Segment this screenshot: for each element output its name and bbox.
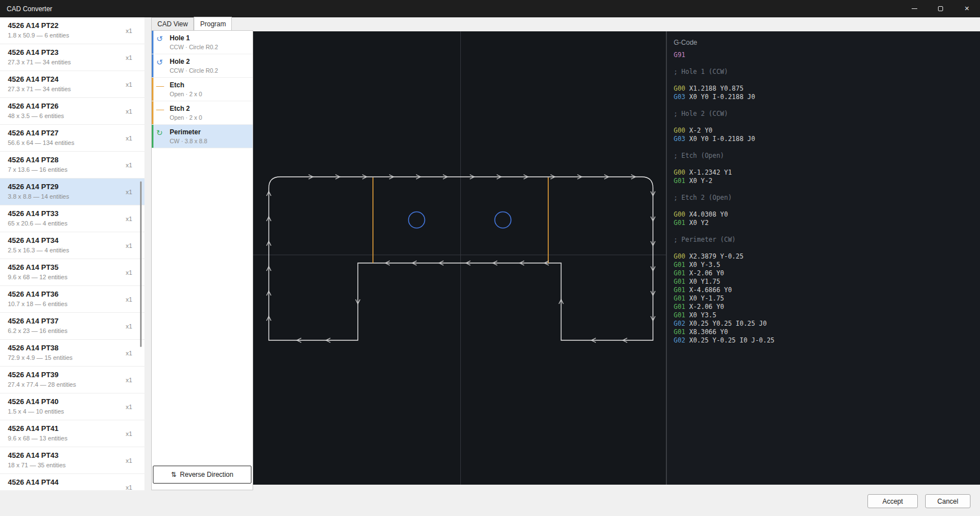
operation-detail: CW · 3.8 x 8.8 [170,138,249,144]
operation-detail: CCW · Circle R0.2 [170,67,249,74]
operation-name: Etch 2 [170,105,249,112]
part-name: 4526 A14 PT44 [8,478,132,486]
gcode-line: G01 X0 Y-3.5 [674,261,980,269]
gcode-line [674,118,980,126]
operation-color-bar [152,54,153,77]
gcode-line: G00 X2.3879 Y-0.25 [674,252,980,261]
part-list-item[interactable]: 4526 A14 PT37 6.2 x 23 — 16 entities x1 [0,313,144,340]
part-quantity: x1 [125,350,132,356]
gcode-listing: G91 ; Hole 1 (CCW) G00 X1.2188 Y0.875G03… [667,50,980,345]
part-list-item[interactable]: 4526 A14 PT39 27.4 x 77.4 — 28 entities … [0,367,144,393]
gcode-title: G-Code [667,31,980,50]
part-name: 4526 A14 PT40 [8,397,132,406]
minimize-button[interactable] [901,0,927,17]
operation-color-bar [152,31,153,54]
parts-scrollbar[interactable] [140,17,142,490]
operation-item-hole-2[interactable]: ↺ Hole 2 CCW · Circle R0.2 [152,54,253,78]
part-list-item[interactable]: 4526 A14 PT27 56.6 x 64 — 134 entities x… [0,125,144,152]
part-quantity: x1 [125,135,132,142]
part-list-item[interactable]: 4526 A14 PT34 2.5 x 16.3 — 4 entities x1 [0,232,144,259]
maximize-button[interactable] [927,0,954,17]
window-controls: ✕ [901,0,980,17]
part-name: 4526 A14 PT39 [8,370,132,379]
part-quantity: x1 [125,484,132,491]
gcode-line: G00 X-2 Y0 [674,126,980,135]
tab-cad-view[interactable]: CAD View [151,17,194,30]
part-detail: 2.5 x 16.3 — 4 entities [8,247,132,254]
gcode-line [674,227,980,236]
window-title: CAD Converter [7,5,52,13]
close-button[interactable]: ✕ [954,0,980,17]
accept-button[interactable]: Accept [867,494,918,508]
operations-list: ↺ Hole 1 CCW · Circle R0.2 ↺ Hole 2 CCW … [152,31,253,148]
gcode-line: G01 X8.3066 Y0 [674,328,980,336]
part-quantity: x1 [125,457,132,464]
operation-name: Etch [170,81,249,89]
part-list-item[interactable]: 4526 A14 PT40 1.5 x 4 — 10 entities x1 [0,393,144,420]
part-name: 4526 A14 PT36 [8,290,132,298]
part-name: 4526 A14 PT27 [8,129,132,137]
parts-list: 4526 A14 PT22 1.8 x 50.9 — 6 entities x1… [0,17,144,490]
operation-item-perimeter[interactable]: ↻ Perimeter CW · 3.8 x 8.8 [152,125,253,148]
gcode-line [674,160,980,168]
gcode-line: G01 X0 Y1.75 [674,278,980,286]
part-name: 4526 A14 PT43 [8,451,132,459]
part-quantity: x1 [125,189,132,195]
part-name: 4526 A14 PT22 [8,21,132,30]
part-list-item[interactable]: 4526 A14 PT44 x1 [0,474,144,490]
gcode-line: ; Hole 2 (CCW) [674,110,980,118]
hole-circle-1[interactable] [409,212,425,228]
part-detail: 48 x 3.5 — 6 entities [8,112,132,119]
part-list-item[interactable]: 4526 A14 PT36 10.7 x 18 — 6 entities x1 [0,286,144,313]
cad-canvas[interactable] [253,31,666,485]
part-quantity: x1 [125,108,132,115]
part-name: 4526 A14 PT28 [8,156,132,164]
part-list-item[interactable]: 4526 A14 PT28 7 x 13.6 — 16 entities x1 [0,152,144,179]
gcode-line: ; Perimeter (CW) [674,236,980,244]
part-detail: 1.8 x 50.9 — 6 entities [8,32,132,39]
operation-detail: Open · 2 x 0 [170,114,249,121]
gcode-line: G00 X-1.2342 Y1 [674,168,980,177]
part-name: 4526 A14 PT34 [8,236,132,245]
part-detail: 72.9 x 4.9 — 15 entities [8,354,132,361]
part-list-item[interactable]: 4526 A14 PT35 9.6 x 68 — 12 entities x1 [0,259,144,286]
hole-circle-2[interactable] [495,212,511,228]
reverse-direction-button[interactable]: ⇅ Reverse Direction [153,466,251,484]
operation-item-etch[interactable]: — Etch Open · 2 x 0 [152,78,253,101]
part-list-item[interactable]: 4526 A14 PT43 18 x 71 — 35 entities x1 [0,447,144,474]
operation-item-hole-1[interactable]: ↺ Hole 1 CCW · Circle R0.2 [152,31,253,54]
part-name: 4526 A14 PT37 [8,317,132,325]
part-detail: 1.5 x 4 — 10 entities [8,408,132,415]
part-list-item[interactable]: 4526 A14 PT33 65 x 20.6 — 4 entities x1 [0,205,144,232]
tab-program[interactable]: Program [194,17,232,30]
gcode-line: G00 X4.0308 Y0 [674,210,980,219]
part-list-item[interactable]: 4526 A14 PT26 48 x 3.5 — 6 entities x1 [0,98,144,125]
part-name: 4526 A14 PT26 [8,102,132,110]
reverse-direction-label: Reverse Direction [180,471,233,479]
part-list-item[interactable]: 4526 A14 PT22 1.8 x 50.9 — 6 entities x1 [0,17,144,44]
part-list-item[interactable]: 4526 A14 PT29 3.8 x 8.8 — 14 entities x1 [0,179,144,205]
part-detail: 3.8 x 8.8 — 14 entities [8,193,132,200]
gcode-line: G01 X0 Y3.5 [674,311,980,320]
gcode-line: G00 X1.2188 Y0.875 [674,85,980,93]
parts-scrollbar-thumb[interactable] [140,181,142,347]
operation-detail: Open · 2 x 0 [170,91,249,97]
part-name: 4526 A14 PT35 [8,263,132,271]
gcode-line [674,76,980,85]
part-quantity: x1 [125,242,132,249]
part-detail: 27.3 x 71 — 34 entities [8,86,132,92]
view-tabbar: CAD ViewProgram [151,17,253,30]
gcode-line: G91 [674,51,980,59]
operation-item-etch-2[interactable]: — Etch 2 Open · 2 x 0 [152,101,253,125]
part-list-item[interactable]: 4526 A14 PT41 9.6 x 68 — 13 entities x1 [0,420,144,447]
cancel-button[interactable]: Cancel [925,494,970,508]
part-quantity: x1 [125,27,132,34]
part-list-item[interactable]: 4526 A14 PT24 27.3 x 71 — 34 entities x1 [0,71,144,98]
part-list-item[interactable]: 4526 A14 PT23 27.3 x 71 — 34 entities x1 [0,44,144,71]
part-quantity: x1 [125,54,132,61]
gcode-line: G01 X-2.06 Y0 [674,303,980,311]
gcode-line: ; Etch (Open) [674,152,980,160]
part-quantity: x1 [125,430,132,437]
gcode-line [674,101,980,110]
part-list-item[interactable]: 4526 A14 PT38 72.9 x 4.9 — 15 entities x… [0,340,144,367]
